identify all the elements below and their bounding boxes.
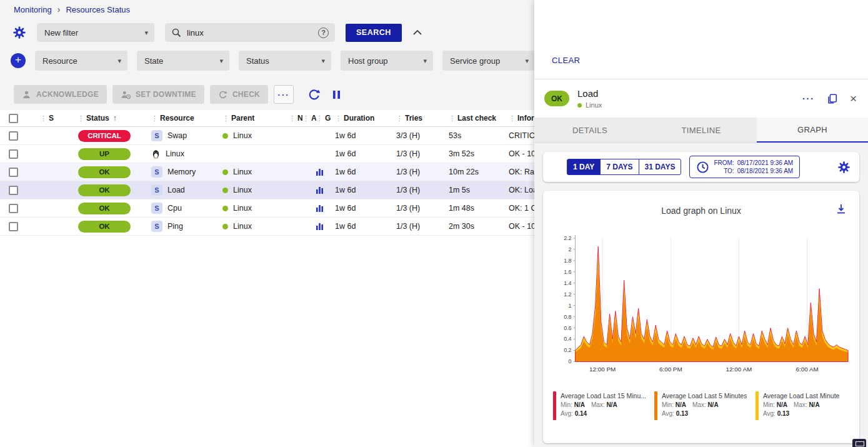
- row-checkbox[interactable]: [9, 149, 18, 159]
- row-checkbox[interactable]: [9, 222, 18, 231]
- breadcrumb-resources-status[interactable]: Resources Status: [66, 5, 130, 14]
- filter-settings-gear-icon[interactable]: [12, 26, 26, 39]
- drag-handle-icon[interactable]: ⋮: [77, 114, 84, 123]
- time-period-card: 1 DAY 7 DAYS 31 DAYS FROM:08/17/2021 9:3…: [543, 152, 859, 182]
- tab-details[interactable]: DETAILS: [534, 118, 646, 143]
- chevron-down-icon: ▾: [144, 29, 148, 37]
- legend-item-load-15min[interactable]: Average Load Last 15 Minu... Min: N/AMax…: [553, 391, 651, 420]
- table-row-cpu[interactable]: OK SCpu Linux 1w 6d 1/3 (H) 1m 48s OK: 1…: [0, 199, 534, 218]
- chevron-down-icon: ▾: [321, 57, 325, 65]
- period-31-days-button[interactable]: 31 DAYS: [639, 159, 682, 175]
- column-header-action[interactable]: ⋮A: [302, 114, 316, 123]
- duration-cell: 1w 6d: [335, 168, 396, 176]
- tries-cell: 1/3 (H): [396, 168, 449, 176]
- drag-handle-icon[interactable]: ⋮: [40, 114, 47, 123]
- more-actions-button[interactable]: ···: [274, 85, 294, 104]
- drag-handle-icon[interactable]: ⋮: [396, 114, 403, 123]
- row-checkbox[interactable]: [9, 168, 18, 177]
- parent-status-dot: [222, 206, 228, 211]
- graph-icon[interactable]: [316, 186, 324, 194]
- table-row-load[interactable]: OK SLoad Linux 1w 6d 1/3 (H) 1m 5s OK: L…: [0, 181, 534, 199]
- breadcrumb-monitoring[interactable]: Monitoring: [14, 5, 52, 14]
- tab-timeline[interactable]: TIMELINE: [646, 118, 757, 143]
- sort-asc-icon[interactable]: ↑: [113, 114, 117, 123]
- pause-icon[interactable]: [332, 90, 341, 99]
- period-1-day-button[interactable]: 1 DAY: [567, 159, 601, 175]
- set-downtime-button[interactable]: SET DOWNTIME: [112, 85, 204, 104]
- legend-item-load-5min[interactable]: Average Load Last 5 Minutes Min: N/AMax:…: [654, 391, 752, 420]
- acknowledge-button[interactable]: ACKNOWLEDGE: [14, 85, 107, 104]
- refresh-icon[interactable]: [308, 88, 321, 101]
- row-checkbox[interactable]: [9, 131, 18, 141]
- period-7-days-button[interactable]: 7 DAYS: [600, 159, 639, 175]
- drag-handle-icon[interactable]: ⋮: [509, 114, 516, 123]
- column-header-duration[interactable]: ⋮Duration: [335, 114, 396, 123]
- resource-name: Swap: [167, 131, 187, 140]
- svg-text:1.6: 1.6: [564, 269, 571, 275]
- service-icon: S: [151, 184, 162, 196]
- downtime-person-icon: [121, 90, 131, 99]
- status-filter-select[interactable]: Status▾: [239, 51, 331, 71]
- column-header-parent[interactable]: ⋮Parent: [222, 114, 289, 123]
- svg-text:0.6: 0.6: [564, 325, 571, 331]
- feedback-widget-icon[interactable]: [852, 439, 866, 447]
- graph-icon[interactable]: [316, 223, 324, 230]
- row-checkbox[interactable]: [9, 186, 18, 195]
- search-help-icon[interactable]: ?: [318, 28, 329, 38]
- service-group-filter-select[interactable]: Service group▾: [442, 51, 535, 71]
- column-header-status[interactable]: ⋮Status↑: [75, 114, 151, 123]
- status-badge: UP: [78, 148, 131, 160]
- table-row-linux-host[interactable]: UP Linux 1w 6d 1/3 (H) 3m 52s OK - 10: [0, 145, 534, 163]
- graph-icon[interactable]: [316, 204, 324, 212]
- search-input[interactable]: linux ?: [165, 23, 335, 42]
- drag-handle-icon[interactable]: ⋮: [335, 114, 342, 123]
- column-header-tries[interactable]: ⋮Tries: [396, 114, 449, 123]
- saved-filter-select[interactable]: New filter ▾: [37, 23, 154, 42]
- drag-handle-icon[interactable]: ⋮: [302, 114, 309, 123]
- drag-handle-icon[interactable]: ⋮: [316, 114, 323, 123]
- add-criteria-button[interactable]: +: [11, 53, 26, 68]
- drag-handle-icon[interactable]: ⋮: [151, 114, 158, 123]
- drag-handle-icon[interactable]: ⋮: [289, 114, 296, 123]
- panel-more-icon[interactable]: ···: [802, 94, 815, 104]
- drag-handle-icon[interactable]: ⋮: [449, 114, 456, 123]
- clear-filters-button[interactable]: CLEAR: [552, 56, 580, 65]
- row-checkbox[interactable]: [9, 204, 18, 213]
- duration-cell: 1w 6d: [335, 186, 396, 194]
- duration-cell: 1w 6d: [335, 222, 396, 231]
- tab-graph[interactable]: GRAPH: [757, 118, 868, 143]
- g-header-label: G: [325, 114, 331, 123]
- graph-icon[interactable]: [316, 168, 324, 176]
- collapse-filters-chevron-icon[interactable]: [412, 29, 422, 36]
- table-row-swap[interactable]: CRITICAL SSwap Linux 1w 6d 3/3 (H) 53s C…: [0, 127, 534, 145]
- column-header-notes[interactable]: ⋮N: [289, 114, 302, 123]
- column-header-resource[interactable]: ⋮Resource: [151, 114, 222, 123]
- close-icon[interactable]: ×: [850, 93, 857, 104]
- column-header-graph[interactable]: ⋮G: [316, 114, 335, 123]
- load-area-chart[interactable]: 12:00 PM6:00 PM12:00 AM6:00 AM00.20.40.6…: [549, 231, 853, 386]
- resource-filter-select[interactable]: Resource▾: [35, 51, 127, 71]
- time-range-picker[interactable]: FROM:08/17/2021 9:36 AM TO:08/18/2021 9:…: [689, 156, 800, 178]
- state-filter-select[interactable]: State▾: [137, 51, 229, 71]
- check-button[interactable]: CHECK: [210, 85, 268, 104]
- panel-tabs: DETAILS TIMELINE GRAPH: [534, 118, 868, 143]
- legend-item-load-1min[interactable]: Average Load Last Minute Min: N/AMax: N/…: [756, 391, 853, 420]
- resource-details-panel: CLEAR OK Load Linux ··· × DETAILS TIMELI…: [534, 0, 868, 447]
- search-button[interactable]: SEARCH: [346, 24, 402, 42]
- panel-parent-name: Linux: [586, 101, 602, 109]
- parent-status-dot: [222, 169, 228, 175]
- column-header-state[interactable]: ⋮S: [31, 114, 75, 123]
- host-group-filter-select[interactable]: Host group▾: [341, 51, 433, 71]
- select-all-checkbox[interactable]: [9, 114, 18, 123]
- column-header-information[interactable]: ⋮Information: [509, 114, 534, 123]
- copy-link-icon[interactable]: [827, 93, 838, 104]
- saved-filter-value: New filter: [44, 28, 78, 38]
- graph-settings-gear-icon[interactable]: [837, 161, 851, 174]
- panel-content: 1 DAY 7 DAYS 31 DAYS FROM:08/17/2021 9:3…: [534, 143, 868, 447]
- drag-handle-icon[interactable]: ⋮: [222, 114, 229, 123]
- table-row-ping[interactable]: OK SPing Linux 1w 6d 1/3 (H) 2m 30s OK -…: [0, 218, 534, 236]
- export-graph-icon[interactable]: [836, 203, 847, 214]
- table-row-memory[interactable]: OK SMemory Linux 1w 6d 1/3 (H) 10m 22s O…: [0, 163, 534, 181]
- search-value: linux: [187, 28, 312, 38]
- column-header-last-check[interactable]: ⋮Last check: [449, 114, 509, 123]
